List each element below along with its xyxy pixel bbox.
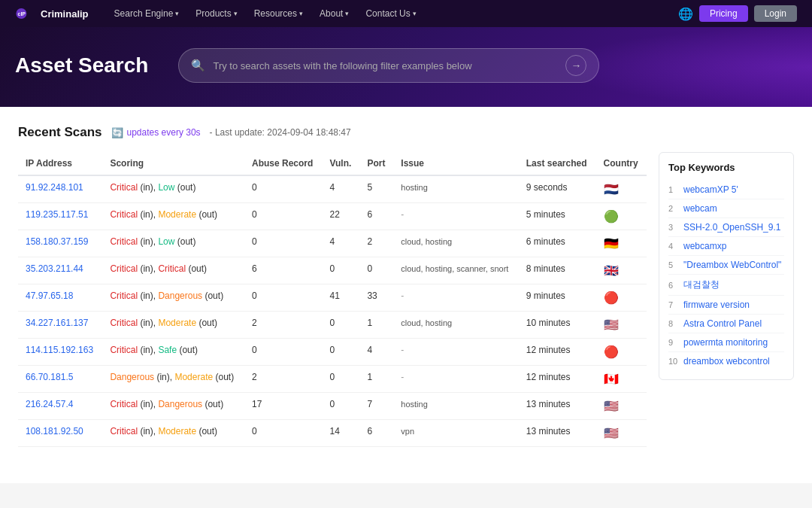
- keyword-label[interactable]: dreambox webcontrol: [683, 356, 770, 367]
- cell-last-searched: 13 minutes: [519, 393, 596, 420]
- cell-vuln: 0: [322, 366, 359, 393]
- ip-link[interactable]: 35.203.211.44: [26, 263, 83, 274]
- keyword-item[interactable]: 6 대검찰청: [668, 275, 784, 296]
- cell-vuln: 4: [322, 230, 359, 257]
- cell-port: 6: [359, 203, 393, 230]
- keyword-label[interactable]: 대검찰청: [683, 278, 720, 291]
- keywords-title: Top Keywords: [668, 162, 784, 173]
- chevron-down-icon: ▾: [175, 10, 179, 17]
- ip-link[interactable]: 158.180.37.159: [26, 236, 88, 247]
- keyword-number: 10: [668, 357, 679, 366]
- cell-issue: -: [393, 284, 518, 312]
- keyword-number: 8: [668, 319, 679, 328]
- scoring-in-label: (in),: [140, 345, 158, 355]
- ip-link[interactable]: 34.227.161.137: [26, 318, 88, 328]
- ip-link[interactable]: 108.181.92.50: [26, 426, 83, 437]
- search-submit-button[interactable]: →: [565, 55, 586, 76]
- cell-issue: vpn: [393, 420, 518, 447]
- keyword-label[interactable]: "Dreambox WebControl": [683, 260, 781, 270]
- search-input[interactable]: [213, 60, 558, 71]
- keyword-label[interactable]: webcam: [683, 203, 717, 214]
- cell-last-searched: 13 minutes: [519, 420, 596, 447]
- country-flag: 🇳🇱: [604, 183, 619, 196]
- recent-scans-header: Recent Scans 🔄 updates every 30s - Last …: [18, 125, 794, 140]
- scoring-in: Critical: [110, 318, 138, 328]
- keyword-item[interactable]: 3 SSH-2.0_OpenSSH_9.1: [668, 218, 784, 237]
- keyword-label[interactable]: powermta monitoring: [683, 337, 768, 348]
- keyword-item[interactable]: 10 dreambox webcontrol: [668, 352, 784, 370]
- cell-ip: 34.227.161.137: [18, 312, 102, 339]
- keyword-label[interactable]: webcamXP 5': [683, 184, 738, 195]
- issue-text: cloud, hosting: [401, 237, 452, 246]
- keyword-label[interactable]: Astra Control Panel: [683, 318, 762, 329]
- logo[interactable]: cIP Criminalip: [15, 7, 89, 20]
- keyword-number: 4: [668, 242, 679, 251]
- nav-products[interactable]: Products ▾: [188, 0, 244, 27]
- keyword-label[interactable]: SSH-2.0_OpenSSH_9.1: [683, 222, 780, 233]
- cell-scoring: Critical (in), Dangerous (out): [102, 393, 244, 420]
- cell-last-searched: 10 minutes: [519, 312, 596, 339]
- keyword-item[interactable]: 1 webcamXP 5': [668, 181, 784, 199]
- col-scoring: Scoring: [102, 152, 244, 175]
- keyword-label[interactable]: firmware version: [683, 300, 750, 310]
- table-row: 35.203.211.44 Critical (in), Critical (o…: [18, 257, 647, 284]
- cell-port: 7: [359, 393, 393, 420]
- scoring-out: Low: [158, 182, 174, 193]
- nav-contact[interactable]: Contact Us ▾: [358, 0, 423, 27]
- cell-issue: cloud, hosting, scanner, snort: [393, 257, 518, 284]
- login-button[interactable]: Login: [754, 5, 797, 22]
- table-row: 34.227.161.137 Critical (in), Moderate (…: [18, 312, 647, 339]
- country-flag: 🇬🇧: [604, 264, 619, 277]
- keyword-item[interactable]: 9 powermta monitoring: [668, 333, 784, 352]
- nav-about[interactable]: About ▾: [312, 0, 356, 27]
- issue-text: hosting: [401, 183, 427, 192]
- scoring-in-label: (in),: [140, 182, 158, 193]
- table-section: IP Address Scoring Abuse Record Vuln. Po…: [18, 152, 647, 447]
- cell-scoring: Critical (in), Moderate (out): [102, 420, 244, 447]
- globe-icon[interactable]: 🌐: [678, 7, 693, 21]
- cell-abuse: 0: [244, 284, 322, 312]
- chevron-down-icon: ▾: [234, 10, 238, 17]
- cell-issue: -: [393, 366, 518, 393]
- ip-link[interactable]: 216.24.57.4: [26, 399, 73, 409]
- ip-link[interactable]: 47.97.65.18: [26, 291, 73, 301]
- ip-link[interactable]: 91.92.248.101: [26, 182, 83, 193]
- nav-search-engine[interactable]: Search Engine ▾: [107, 0, 187, 27]
- keyword-label[interactable]: webcamxp: [683, 241, 726, 251]
- logo-text: Criminalip: [41, 8, 89, 20]
- keyword-item[interactable]: 4 webcamxp: [668, 237, 784, 256]
- scoring-out: Moderate: [158, 426, 196, 437]
- scoring-out-label: (out): [215, 372, 234, 382]
- col-country: Country: [596, 152, 647, 175]
- keyword-item[interactable]: 5 "Dreambox WebControl": [668, 256, 784, 275]
- cell-vuln: 0: [322, 339, 359, 366]
- svg-text:cIP: cIP: [18, 11, 26, 17]
- pricing-button[interactable]: Pricing: [699, 5, 748, 22]
- cell-vuln: 22: [322, 203, 359, 230]
- cell-country: 🔴: [596, 284, 647, 312]
- cell-vuln: 41: [322, 284, 359, 312]
- refresh-icon: 🔄: [111, 127, 123, 138]
- keyword-item[interactable]: 7 firmware version: [668, 296, 784, 315]
- scoring-in: Critical: [110, 236, 138, 247]
- cell-port: 5: [359, 175, 393, 203]
- cell-last-searched: 9 seconds: [519, 175, 596, 203]
- ip-link[interactable]: 66.70.181.5: [26, 372, 73, 382]
- scoring-in-label: (in),: [140, 209, 158, 220]
- keyword-number: 2: [668, 204, 679, 213]
- ip-link[interactable]: 119.235.117.51: [26, 209, 88, 220]
- country-flag: 🔴: [604, 345, 619, 358]
- cell-last-searched: 9 minutes: [519, 284, 596, 312]
- cell-abuse: 0: [244, 420, 322, 447]
- keyword-item[interactable]: 2 webcam: [668, 199, 784, 218]
- cell-issue: cloud, hosting: [393, 312, 518, 339]
- keyword-item[interactable]: 8 Astra Control Panel: [668, 315, 784, 333]
- cell-port: 2: [359, 230, 393, 257]
- scoring-out-label: (out): [198, 426, 217, 437]
- ip-link[interactable]: 114.115.192.163: [26, 345, 93, 355]
- nav-resources[interactable]: Resources ▾: [247, 0, 311, 27]
- table-row: 114.115.192.163 Critical (in), Safe (out…: [18, 339, 647, 366]
- cell-scoring: Critical (in), Dangerous (out): [102, 284, 244, 312]
- cell-country: 🇬🇧: [596, 257, 647, 284]
- table-row: 216.24.57.4 Critical (in), Dangerous (ou…: [18, 393, 647, 420]
